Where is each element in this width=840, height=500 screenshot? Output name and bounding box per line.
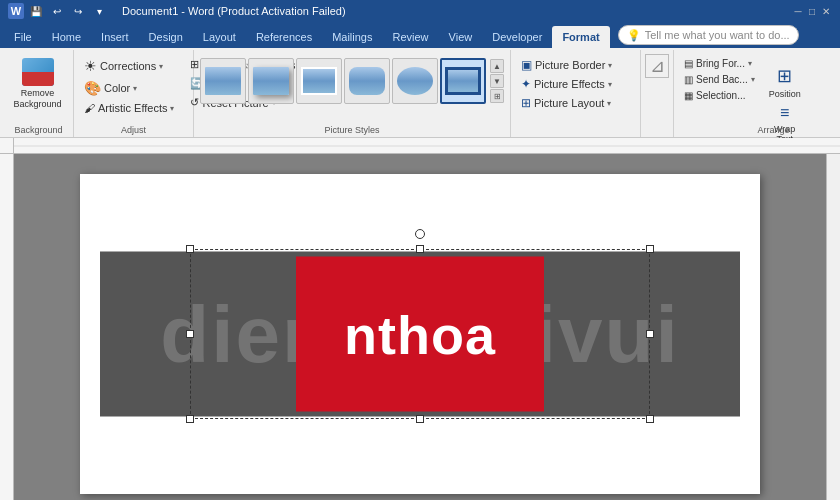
picture-styles-group: ▲ ▼ ⊞ Picture Styles	[194, 50, 511, 137]
redo-quick-btn[interactable]: ↪	[69, 2, 87, 20]
bring-forward-button[interactable]: ▤ Bring For... ▾	[680, 56, 759, 71]
picture-border-button[interactable]: ▣ Picture Border ▾	[517, 56, 634, 74]
background-group: RemoveBackground Background	[4, 50, 74, 137]
arrange-group: ▤ Bring For... ▾ ▥ Send Bac... ▾ ▦ Selec…	[674, 50, 840, 137]
remove-bg-icon	[22, 58, 54, 86]
lightbulb-icon: 💡	[627, 29, 641, 42]
layout-label: Picture Layout	[534, 97, 604, 109]
corrections-label: Corrections	[100, 60, 156, 72]
document-canvas: dienthoa ivui nthoa	[14, 154, 826, 500]
picture-right-content: ▣ Picture Border ▾ ✦ Picture Effects ▾ ⊞…	[517, 54, 634, 126]
customize-quick-btn[interactable]: ▾	[90, 2, 108, 20]
picture-styles-gallery: ▲ ▼ ⊞	[200, 54, 504, 118]
selected-image-box[interactable]: nthoa	[296, 257, 544, 412]
selection-pane-button[interactable]: ▦ Selection...	[680, 88, 759, 103]
corrections-arrow: ▾	[159, 62, 163, 71]
corrections-icon: ☀	[84, 58, 97, 74]
send-back-button[interactable]: ▥ Send Bac... ▾	[680, 72, 759, 87]
arrange-group-label: Arrange	[674, 125, 840, 135]
title-text: Document1 - Word (Product Activation Fai…	[122, 5, 346, 17]
tab-home[interactable]: Home	[42, 26, 91, 48]
bring-forward-icon: ▤	[684, 58, 693, 69]
tab-design[interactable]: Design	[139, 26, 193, 48]
picture-style-rounded[interactable]	[344, 58, 390, 104]
picture-layout-button[interactable]: ⊞ Picture Layout ▾	[517, 94, 634, 112]
adjust-group-label: Adjust	[74, 125, 193, 135]
tab-developer[interactable]: Developer	[482, 26, 552, 48]
style-selected	[445, 67, 481, 95]
border-label: Picture Border	[535, 59, 605, 71]
tab-layout[interactable]: Layout	[193, 26, 246, 48]
picture-style-plain[interactable]	[200, 58, 246, 104]
tab-references[interactable]: References	[246, 26, 322, 48]
ribbon-tabs: File Home Insert Design Layout Reference…	[0, 22, 840, 48]
layout-arrow: ▾	[607, 99, 611, 108]
close-btn[interactable]: ✕	[820, 5, 832, 17]
border-arrow: ▾	[608, 61, 612, 70]
artistic-icon: 🖌	[84, 102, 95, 114]
border-icon: ▣	[521, 58, 532, 72]
word-icon: W	[8, 3, 24, 19]
undo-quick-btn[interactable]: ↩	[48, 2, 66, 20]
picture-style-shadow[interactable]	[248, 58, 294, 104]
ruler-horizontal	[14, 138, 840, 153]
effects-label: Picture Effects	[534, 78, 605, 90]
scrollbar-vertical[interactable]	[826, 154, 840, 500]
picture-style-border[interactable]	[296, 58, 342, 104]
red-box-text: nthoa	[344, 303, 496, 365]
effects-icon: ✦	[521, 77, 531, 91]
style-border	[301, 67, 337, 95]
gallery-scroll-up[interactable]: ▲	[490, 59, 504, 73]
tell-me-text: Tell me what you want to do...	[645, 29, 790, 41]
ribbon-bar: RemoveBackground Background ☀ Correction…	[0, 48, 840, 138]
style-rounded	[349, 67, 385, 95]
color-label: Color	[104, 82, 130, 94]
quick-access-toolbar: W 💾 ↩ ↪ ▾	[8, 2, 108, 20]
artistic-effects-button[interactable]: 🖌 Artistic Effects ▾	[80, 100, 178, 116]
corrections-button[interactable]: ☀ Corrections ▾	[80, 56, 178, 76]
artistic-arrow: ▾	[170, 104, 174, 113]
adjust-group: ☀ Corrections ▾ 🎨 Color ▾ 🖌 Artistic Eff…	[74, 50, 194, 137]
save-quick-btn[interactable]: 💾	[27, 2, 45, 20]
send-back-arrow: ▾	[751, 75, 755, 84]
tab-review[interactable]: Review	[383, 26, 439, 48]
document-page: dienthoa ivui nthoa	[80, 174, 760, 494]
effects-arrow: ▾	[608, 80, 612, 89]
picture-effects-button[interactable]: ✦ Picture Effects ▾	[517, 75, 634, 93]
doc-outer: dienthoa ivui nthoa	[0, 154, 840, 500]
tab-view[interactable]: View	[439, 26, 483, 48]
background-group-content: RemoveBackground	[10, 54, 65, 135]
color-arrow: ▾	[133, 84, 137, 93]
color-icon: 🎨	[84, 80, 101, 96]
ruler-corner	[0, 138, 14, 153]
ruler-area	[0, 138, 840, 154]
minimize-btn[interactable]: ─	[792, 5, 804, 17]
remove-bg-label: RemoveBackground	[13, 88, 61, 110]
remove-background-button[interactable]: RemoveBackground	[10, 54, 65, 114]
position-icon: ⊞	[777, 65, 792, 87]
picture-styles-dialog-launcher[interactable]: ⊿	[645, 54, 669, 78]
picture-styles-label: Picture Styles	[194, 125, 510, 135]
selection-icon: ▦	[684, 90, 693, 101]
layout-icon: ⊞	[521, 96, 531, 110]
picture-style-oval[interactable]	[392, 58, 438, 104]
color-button[interactable]: 🎨 Color ▾	[80, 78, 178, 98]
tab-mailings[interactable]: Mailings	[322, 26, 382, 48]
gallery-scroll-down[interactable]: ▼	[490, 74, 504, 88]
gallery-expand[interactable]: ⊞	[490, 89, 504, 103]
tab-file[interactable]: File	[4, 26, 42, 48]
artistic-label: Artistic Effects	[98, 102, 167, 114]
selection-label: Selection...	[696, 90, 745, 101]
gallery-scroll-buttons: ▲ ▼ ⊞	[490, 59, 504, 103]
background-group-label: Background	[4, 125, 73, 135]
style-shadow	[253, 67, 289, 95]
picture-style-selected[interactable]	[440, 58, 486, 104]
tab-format[interactable]: Format	[552, 26, 609, 48]
tell-me-bar[interactable]: 💡 Tell me what you want to do...	[618, 25, 799, 45]
maximize-btn[interactable]: □	[806, 5, 818, 17]
rotate-handle[interactable]	[415, 229, 425, 239]
title-bar-left: W 💾 ↩ ↪ ▾ Document1 - Word (Product Acti…	[8, 2, 346, 20]
tab-insert[interactable]: Insert	[91, 26, 139, 48]
send-back-icon: ▥	[684, 74, 693, 85]
bring-forward-arrow: ▾	[748, 59, 752, 68]
